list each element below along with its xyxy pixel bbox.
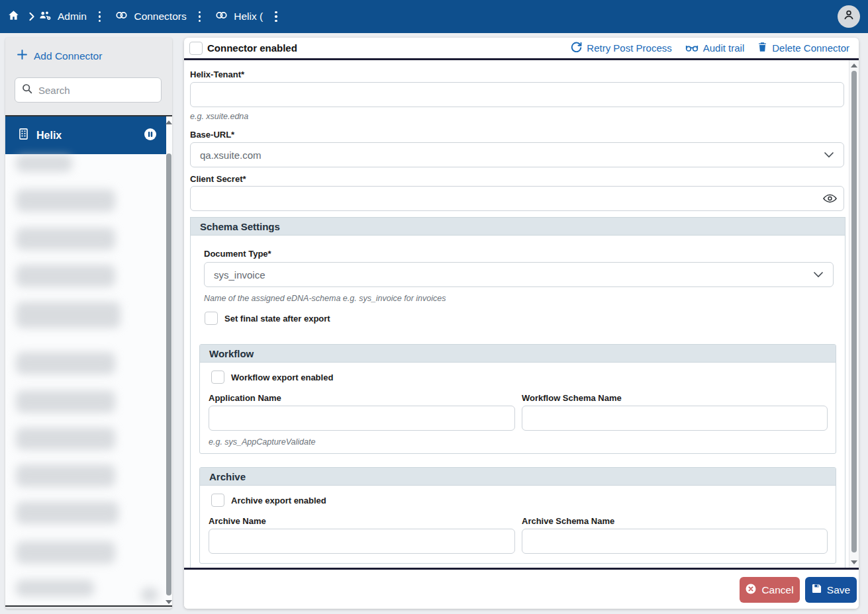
redacted-connector-item[interactable] [16, 580, 94, 597]
scroll-down-arrow[interactable] [166, 600, 172, 604]
search-icon [22, 83, 32, 97]
redacted-connector-item[interactable] [16, 464, 115, 487]
chevron-down-icon [813, 269, 824, 281]
final-state-checkbox[interactable] [205, 312, 218, 325]
workflow-export-label: Workflow export enabled [231, 373, 333, 382]
archive-name-input[interactable] [209, 529, 515, 554]
helix-menu-kebab[interactable] [269, 9, 283, 25]
workflow-schema-name-input[interactable] [522, 406, 828, 431]
person-icon [842, 9, 855, 24]
final-state-row: Set final state after export [205, 312, 330, 325]
connectors-menu-kebab[interactable] [193, 9, 207, 25]
eye-icon [823, 194, 837, 203]
archive-export-checkbox[interactable] [211, 494, 224, 507]
schema-settings-header: Schema Settings [191, 218, 845, 236]
redacted-connector-item[interactable] [16, 390, 115, 413]
archive-header: Archive [200, 468, 836, 486]
top-navbar: Admin Connectors Helix ( [0, 0, 868, 33]
building-icon [19, 128, 28, 142]
connector-search [15, 77, 162, 103]
form-scrollbar[interactable] [849, 60, 859, 568]
redacted-connector-item[interactable] [16, 155, 72, 172]
connector-sidebar: Add Connector Helix [5, 38, 172, 609]
schema-settings-section: Schema Settings Document Type* sys_invoi… [190, 217, 845, 568]
workflow-header: Workflow [200, 345, 836, 363]
scroll-up-arrow[interactable] [166, 120, 172, 124]
connector-item-helix[interactable]: Helix [5, 116, 166, 154]
connector-item-label: Helix [36, 130, 136, 142]
show-secret-button[interactable] [822, 191, 838, 206]
user-avatar[interactable] [838, 5, 860, 28]
connector-list: Helix [5, 115, 172, 607]
workflow-hint: e.g. sys_AppCaptureValidate [209, 437, 315, 447]
redacted-connector-item[interactable] [16, 427, 115, 450]
delete-connector-label: Delete Connector [772, 42, 849, 54]
delete-connector-button[interactable]: Delete Connector [757, 42, 849, 54]
save-floppy-icon [812, 584, 822, 596]
base-url-value: qa.xsuite.com [200, 150, 824, 161]
archive-enabled-row: Archive export enabled [211, 494, 326, 507]
add-connector-button[interactable]: Add Connector [5, 38, 102, 62]
save-button[interactable]: Save [805, 577, 857, 603]
final-state-label: Set final state after export [224, 314, 330, 324]
audit-trail-button[interactable]: Audit trail [685, 42, 745, 54]
redacted-connector-item[interactable] [16, 302, 121, 328]
archive-name-label: Archive Name [209, 516, 266, 526]
cancel-button[interactable]: Cancel [740, 577, 800, 603]
connector-enabled-checkbox[interactable] [189, 42, 203, 55]
sidebar-scrollbar[interactable] [165, 118, 172, 607]
home-button[interactable] [8, 10, 19, 24]
admin-menu-kebab[interactable] [93, 9, 107, 25]
application-name-input[interactable] [209, 406, 515, 431]
eyeglasses-icon [685, 42, 699, 54]
document-type-value: sys_invoice [214, 269, 813, 281]
archive-schema-name-input[interactable] [522, 529, 828, 554]
home-icon [8, 10, 19, 24]
breadcrumb-connectors[interactable]: Connectors [115, 11, 186, 22]
retry-post-process-button[interactable]: Retry Post Process [571, 42, 671, 55]
document-type-select[interactable]: sys_invoice [204, 262, 834, 287]
archive-schema-name-label: Archive Schema Name [522, 516, 614, 526]
schema-settings-title: Schema Settings [200, 221, 280, 232]
client-secret-label: Client Secret* [190, 174, 246, 184]
connector-form: Helix-Tenant* e.g. xsuite.edna Base-URL*… [184, 60, 859, 568]
redacted-icon [141, 588, 158, 602]
refresh-icon [571, 42, 582, 55]
retry-post-process-label: Retry Post Process [587, 42, 671, 54]
helix-tenant-label: Helix-Tenant* [190, 69, 244, 79]
redacted-connector-item[interactable] [16, 352, 115, 374]
workflow-export-checkbox[interactable] [211, 371, 224, 384]
redacted-connector-item[interactable] [16, 265, 115, 287]
application-name-label: Application Name [209, 393, 281, 403]
scrollbar-thumb[interactable] [166, 154, 171, 595]
base-url-select[interactable]: qa.xsuite.com [190, 142, 844, 167]
pause-circle-icon [144, 128, 157, 144]
link-icon [115, 11, 128, 22]
breadcrumb-admin[interactable]: Admin [39, 10, 87, 23]
document-type-hint: Name of the assigned eDNA-schema e.g. sy… [204, 294, 446, 303]
save-label: Save [827, 584, 850, 596]
connector-detail-panel: Connector enabled Retry Post Process Aud… [184, 38, 859, 609]
scroll-up-arrow[interactable] [851, 64, 857, 67]
helix-tenant-hint: e.g. xsuite.edna [190, 112, 248, 121]
workflow-enabled-row: Workflow export enabled [211, 371, 333, 384]
redacted-connector-item[interactable] [16, 189, 115, 212]
form-footer: Cancel Save [184, 570, 859, 609]
scroll-down-arrow[interactable] [851, 560, 857, 564]
helix-tenant-input[interactable] [190, 82, 844, 107]
workflow-title: Workflow [209, 348, 254, 359]
redacted-connector-item[interactable] [16, 541, 115, 564]
redacted-connector-item[interactable] [16, 228, 115, 250]
redacted-connector-item[interactable] [16, 502, 119, 524]
add-connector-label: Add Connector [34, 50, 102, 62]
search-input[interactable] [38, 85, 144, 96]
breadcrumb-helix[interactable]: Helix ( [215, 11, 263, 22]
client-secret-input[interactable] [190, 186, 844, 211]
document-type-label: Document Type* [204, 249, 271, 259]
workflow-section: Workflow Workflow export enabled Applica… [199, 344, 836, 454]
breadcrumb-admin-label: Admin [58, 11, 87, 22]
base-url-label: Base-URL* [190, 130, 234, 140]
breadcrumb-helix-label: Helix ( [234, 11, 263, 22]
scrollbar-thumb[interactable] [851, 71, 857, 552]
archive-title: Archive [209, 471, 246, 482]
